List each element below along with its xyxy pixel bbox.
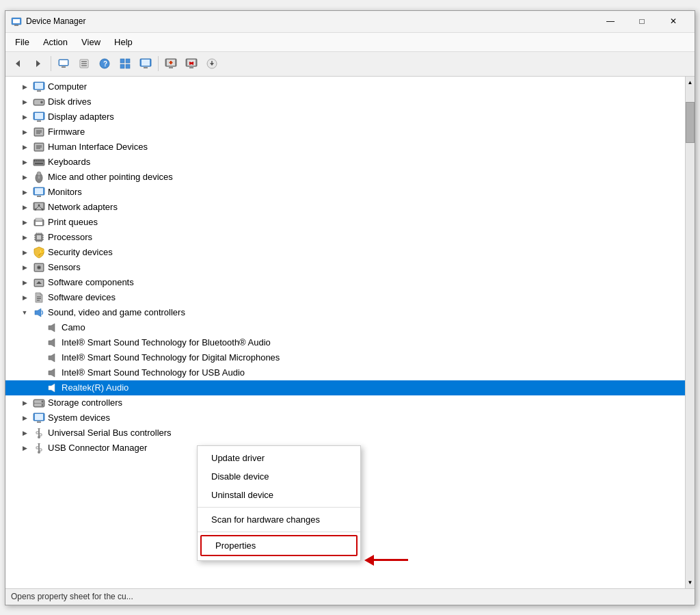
- svg-rect-17: [126, 64, 130, 68]
- sound-video-label: Sound, video and game controllers: [48, 307, 185, 317]
- svg-marker-103: [49, 324, 55, 332]
- tree-item-print-queues[interactable]: ▶ Print queues: [5, 215, 685, 230]
- svg-rect-28: [189, 67, 193, 68]
- help-icon-btn[interactable]: ?: [95, 54, 114, 73]
- svg-point-120: [38, 436, 40, 439]
- tree-item-computer[interactable]: ▶ Computer: [5, 79, 685, 94]
- back-button[interactable]: [8, 54, 27, 73]
- scroll-up-button[interactable]: ▲: [686, 77, 695, 88]
- forward-button[interactable]: [29, 54, 48, 73]
- tree-item-display-adapters[interactable]: ▶ Display adapters: [5, 109, 685, 125]
- tree-item-software-components[interactable]: ▶ Software components: [5, 275, 685, 290]
- tree-pane[interactable]: ▶ Computer ▶: [5, 77, 685, 588]
- svg-rect-76: [36, 218, 42, 221]
- tree-item-usb[interactable]: ▶ Universal Serial Bus controllers: [5, 426, 685, 441]
- ctx-update-driver[interactable]: Update driver: [198, 449, 360, 467]
- menu-action[interactable]: Action: [36, 34, 75, 50]
- computer-icon-btn[interactable]: [54, 54, 73, 73]
- maximize-button[interactable]: □: [626, 10, 658, 32]
- svg-rect-1: [13, 19, 20, 23]
- svg-text:?: ?: [103, 60, 107, 68]
- remove-icon-btn[interactable]: [182, 54, 201, 73]
- expand-icon-system: ▶: [19, 413, 30, 423]
- tree-item-processors[interactable]: ▶: [5, 230, 685, 245]
- svg-rect-59: [42, 160, 44, 161]
- expand-icon-intel-bt: [33, 337, 44, 348]
- storage-controllers-label: Storage controllers: [48, 397, 122, 408]
- status-text: Opens property sheet for the cu...: [11, 592, 133, 601]
- ctx-uninstall-device[interactable]: Uninstall device: [198, 486, 360, 504]
- scrollbar[interactable]: ▲ ▼: [685, 77, 695, 588]
- tree-item-system-devices[interactable]: ▶ System devices: [5, 410, 685, 426]
- ctx-disable-device[interactable]: Disable device: [198, 467, 360, 486]
- tree-item-camo[interactable]: Camo: [5, 320, 685, 335]
- scroll-track[interactable]: [686, 88, 695, 577]
- print-icon: [33, 216, 45, 228]
- monitors-label: Monitors: [48, 187, 82, 197]
- monitors-icon: [33, 186, 45, 198]
- expand-icon-keyboards: ▶: [19, 157, 30, 168]
- expand-icon-sw-components: ▶: [19, 277, 30, 288]
- svg-point-72: [35, 208, 37, 210]
- tree-item-realtek[interactable]: Realtek(R) Audio: [5, 380, 685, 395]
- menu-file[interactable]: File: [8, 34, 36, 50]
- ctx-separator-2: [198, 532, 360, 532]
- tree-item-firmware[interactable]: ▶ Firmware: [5, 125, 685, 140]
- context-menu: Update driver Disable device Uninstall d…: [197, 445, 361, 561]
- device-manager-window: Device Manager — □ ✕ File Action View He…: [5, 10, 695, 605]
- tree-item-monitors[interactable]: ▶ Monitors: [5, 185, 685, 200]
- svg-rect-115: [37, 421, 41, 423]
- svg-rect-23: [169, 67, 173, 68]
- tree-item-intel-bt[interactable]: Intel® Smart Sound Technology for Blueto…: [5, 335, 685, 350]
- expand-icon-sensors: ▶: [19, 262, 30, 273]
- tree-item-network-adapters[interactable]: ▶ Network adapters: [5, 200, 685, 215]
- scroll-down-button[interactable]: ▼: [686, 577, 695, 588]
- list-icon-btn[interactable]: [75, 54, 94, 73]
- system-icon: [33, 412, 45, 424]
- tree-item-intel-usb[interactable]: Intel® Smart Sound Technology for USB Au…: [5, 365, 685, 380]
- intel-bt-label: Intel® Smart Sound Technology for Blueto…: [62, 337, 271, 348]
- menu-view[interactable]: View: [75, 34, 107, 50]
- hid-icon: [33, 141, 45, 153]
- tree-item-hid[interactable]: ▶ Human Interface Devices: [5, 140, 685, 155]
- firmware-icon: [33, 126, 45, 138]
- tree-item-security-devices[interactable]: ▶ 🔑 Security devices: [5, 245, 685, 260]
- tree-item-disk-drives[interactable]: ▶ Disk drives: [5, 94, 685, 109]
- expand-icon-print: ▶: [19, 217, 30, 228]
- network-adapters-label: Network adapters: [48, 202, 118, 212]
- tree-item-software-devices[interactable]: ▶ Software devices: [5, 290, 685, 305]
- menu-help[interactable]: Help: [107, 34, 139, 50]
- menu-bar: File Action View Help: [5, 33, 695, 52]
- svg-rect-2: [14, 25, 18, 26]
- ctx-scan-hardware[interactable]: Scan for hardware changes: [198, 510, 360, 529]
- usb-label: Universal Serial Bus controllers: [48, 428, 172, 438]
- close-button[interactable]: ✕: [658, 10, 689, 32]
- tree-item-sound-video[interactable]: ▼ Sound, video and game controllers: [5, 305, 685, 320]
- tree-item-sensors[interactable]: ▶ Sensors: [5, 260, 685, 275]
- expand-icon-hid: ▶: [19, 142, 30, 153]
- tree-item-intel-mic[interactable]: Intel® Smart Sound Technology for Digita…: [5, 350, 685, 365]
- scroll-thumb[interactable]: [686, 102, 695, 143]
- grid-icon-btn[interactable]: [116, 54, 135, 73]
- expand-icon-network: ▶: [19, 202, 30, 213]
- keyboards-label: Keyboards: [48, 157, 90, 167]
- svg-rect-20: [144, 67, 148, 68]
- ctx-properties[interactable]: Properties: [200, 535, 358, 556]
- svg-marker-117: [38, 428, 40, 430]
- expand-icon-mice: ▶: [19, 172, 30, 183]
- tree-item-mice[interactable]: ▶ Mice and other pointing devices: [5, 170, 685, 185]
- realtek-label: Realtek(R) Audio: [62, 382, 129, 393]
- download-icon-btn[interactable]: [202, 54, 221, 73]
- minimize-button[interactable]: —: [595, 10, 626, 32]
- monitor-icon-btn[interactable]: [136, 54, 155, 73]
- sw-components-label: Software components: [48, 277, 134, 287]
- realtek-icon: [46, 382, 59, 394]
- add-icon-btn[interactable]: [161, 54, 180, 73]
- svg-text:🔑: 🔑: [38, 249, 44, 256]
- expand-icon-storage: ▶: [19, 397, 30, 408]
- tree-item-storage-controllers[interactable]: ▶ Storage controllers: [5, 395, 685, 410]
- tree-item-keyboards[interactable]: ▶ Keyboards: [5, 155, 685, 170]
- svg-point-95: [38, 266, 40, 268]
- hid-label: Human Interface Devices: [48, 142, 148, 152]
- svg-marker-102: [35, 309, 41, 317]
